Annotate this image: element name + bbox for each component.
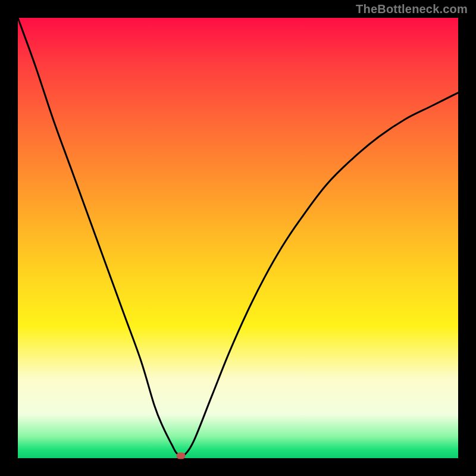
bottleneck-curve (18, 18, 458, 458)
optimal-point-marker (176, 453, 185, 459)
plot-area (18, 18, 458, 458)
watermark-text: TheBottleneck.com (356, 2, 468, 16)
chart-frame: TheBottleneck.com (0, 0, 476, 476)
